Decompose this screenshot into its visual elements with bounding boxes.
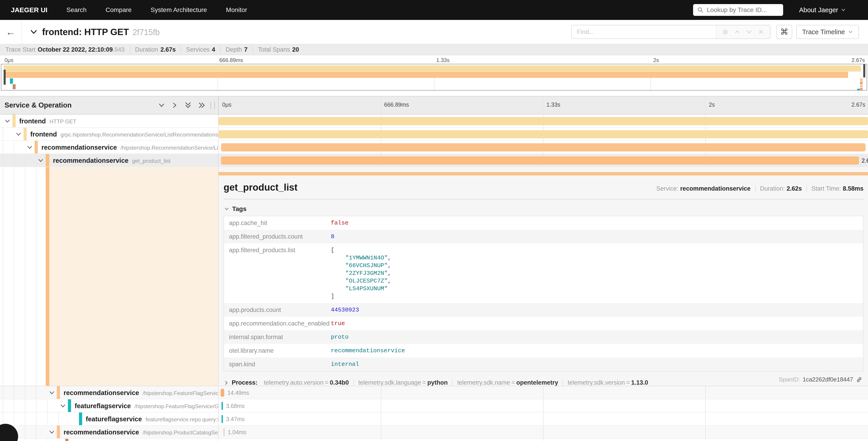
- panel-resize-grip[interactable]: [211, 101, 215, 109]
- trace-lookup-input[interactable]: [707, 6, 775, 13]
- span-service: featureflagservice: [75, 402, 131, 410]
- match-case-icon[interactable]: [722, 29, 728, 35]
- span-service: frontend: [19, 117, 46, 125]
- chevron-down-icon[interactable]: [37, 157, 44, 164]
- process-label: Process:: [232, 379, 257, 386]
- span-row-product-catalog-call[interactable]: recommendationservice/hipstershop.Produc…: [0, 425, 868, 439]
- span-detail-title: get_product_list: [223, 182, 298, 193]
- span-bar[interactable]: [221, 143, 865, 151]
- span-row-partial[interactable]: [0, 439, 868, 441]
- tag-row: app.recommendation.cache_enabled true: [224, 317, 863, 330]
- span-row-frontend-grpc[interactable]: frontendgrpc.hipstershop.RecommendationS…: [0, 128, 868, 141]
- tags-section-title: Tags: [232, 205, 246, 212]
- tag-row: app.products.count 44530923: [224, 303, 863, 317]
- span-bar[interactable]: [221, 402, 223, 410]
- trace-minimap[interactable]: [1, 64, 867, 91]
- back-button[interactable]: ←: [0, 20, 22, 44]
- span-row-recommendation-grpc[interactable]: recommendationservice/hipstershop.Recomm…: [0, 141, 868, 154]
- app-logo[interactable]: JAEGER UI: [11, 6, 48, 14]
- chevron-down-icon[interactable]: [16, 131, 22, 138]
- find-clear-icon[interactable]: [758, 29, 764, 35]
- chevron-down-icon[interactable]: [4, 118, 11, 124]
- tick-label: 0μs: [222, 101, 231, 108]
- nav-item-compare[interactable]: Compare: [105, 6, 131, 13]
- about-jaeger-label: About Jaeger: [799, 6, 838, 14]
- span-row-featureflag-repo-query[interactable]: featureflagservicefeatureflagservice.rep…: [0, 412, 868, 425]
- tag-key: app.filtered_products.list: [224, 246, 331, 254]
- chevron-down-icon[interactable]: [27, 144, 33, 151]
- find-prev-icon[interactable]: [734, 29, 741, 35]
- span-operation: grpc.hipstershop.RecommendationService/L…: [61, 131, 218, 138]
- span-detail-row: get_product_list Service:recommendations…: [0, 167, 868, 386]
- tag-row: otel.library.name recommendationservice: [224, 344, 863, 357]
- service-operation-header: Service & Operation: [0, 96, 219, 114]
- trace-title: frontend: HTTP GET2f715fb: [42, 27, 160, 37]
- span-row-featureflag-call[interactable]: recommendationservice/hipstershop.Featur…: [0, 386, 868, 399]
- process-tag: telemetry.sdk.version=1.13.0: [563, 379, 653, 386]
- span-row-frontend-http-get[interactable]: frontendHTTP GET: [0, 115, 868, 128]
- trace-header: ← frontend: HTTP GET2f715fb ⌘ Trace Time…: [0, 20, 868, 45]
- about-jaeger-menu[interactable]: About Jaeger: [799, 6, 846, 14]
- tag-row: app.cache_hit false: [224, 216, 863, 230]
- tag-value: proto: [331, 333, 348, 341]
- tag-key: internal.span.format: [224, 333, 331, 341]
- chevron-down-icon[interactable]: [49, 390, 55, 396]
- tick-label: 1.33s: [547, 101, 560, 108]
- service-color-bar: [79, 412, 82, 425]
- minimap-left-handle[interactable]: [4, 70, 6, 85]
- span-id-row: SpanID: 1ca2262df0e18447: [779, 376, 863, 383]
- find-input[interactable]: [572, 25, 716, 38]
- search-icon: [697, 7, 704, 13]
- process-tag: telemetry.sdk.name=opentelemetry: [453, 379, 563, 386]
- chevron-down-icon: [224, 206, 229, 212]
- chevron-down-icon[interactable]: [49, 429, 55, 435]
- find-next-icon[interactable]: [746, 29, 753, 35]
- minimap-right-handle[interactable]: [863, 64, 865, 78]
- span-duration: 2.62s: [862, 154, 868, 167]
- chevron-down-icon: [848, 29, 853, 34]
- expand-one-icon[interactable]: [171, 101, 178, 109]
- span-bar[interactable]: [221, 156, 859, 165]
- keyboard-shortcuts-button[interactable]: ⌘: [776, 25, 792, 39]
- expand-all-icon[interactable]: [198, 101, 206, 109]
- span-bar[interactable]: [219, 117, 868, 125]
- top-nav: JAEGER UI Search Compare System Architec…: [0, 0, 868, 20]
- span-detail-panel: get_product_list Service:recommendations…: [219, 167, 868, 386]
- span-detail-meta: Service:recommendationservice Duration:2…: [652, 185, 864, 192]
- trace-view-selector[interactable]: Trace Timeline: [796, 25, 859, 39]
- chevron-down-icon: [841, 7, 846, 12]
- span-operation: /hipstershop.FeatureFlagService...: [143, 390, 219, 396]
- span-bar[interactable]: [219, 130, 868, 138]
- link-icon[interactable]: [856, 376, 863, 383]
- span-row-get-product-list[interactable]: recommendationserviceget_product_list 2.…: [0, 154, 868, 167]
- nav-item-search[interactable]: Search: [66, 6, 87, 13]
- trace-services-count: Services4: [181, 46, 221, 53]
- nav-item-system-architecture[interactable]: System Architecture: [151, 6, 207, 13]
- find-controls: [716, 25, 770, 38]
- collapse-one-icon[interactable]: [158, 101, 165, 109]
- tag-key: app.recommendation.cache_enabled: [224, 320, 331, 327]
- tag-key: otel.library.name: [224, 347, 331, 355]
- span-id-label: SpanID:: [779, 376, 800, 383]
- span-bar[interactable]: [223, 428, 224, 436]
- span-bar[interactable]: [221, 389, 224, 397]
- tag-key: app.cache_hit: [224, 219, 331, 227]
- span-row-featureflagservice-grpc[interactable]: featureflagservice/hipstershop.FeatureFl…: [0, 399, 868, 412]
- minimap-span-right-2: [860, 82, 863, 84]
- nav-item-monitor[interactable]: Monitor: [226, 6, 247, 13]
- collapse-all-icon[interactable]: [184, 101, 192, 109]
- minimap-span-repo-query: [13, 84, 16, 89]
- service-color-bar: [57, 425, 60, 438]
- trace-lookup-box[interactable]: [693, 4, 783, 16]
- process-section-toggle[interactable]: Process: telemetry.auto.version=0.34b0 t…: [223, 379, 864, 386]
- collapse-trace-chevron[interactable]: [29, 28, 38, 36]
- tag-row: app.filtered_products.count 8: [224, 230, 863, 243]
- tag-row: span.kind internal: [224, 357, 863, 371]
- span-service: featureflagservice: [86, 415, 142, 423]
- tags-section-toggle[interactable]: Tags: [224, 205, 864, 212]
- tick-label: 666.89ms: [384, 101, 409, 108]
- span-bar[interactable]: [221, 415, 223, 423]
- span-rows: frontendHTTP GET frontendgrpc.hipstersho…: [0, 115, 868, 441]
- minimap-span-right-1: [860, 78, 863, 81]
- chevron-down-icon[interactable]: [60, 403, 66, 409]
